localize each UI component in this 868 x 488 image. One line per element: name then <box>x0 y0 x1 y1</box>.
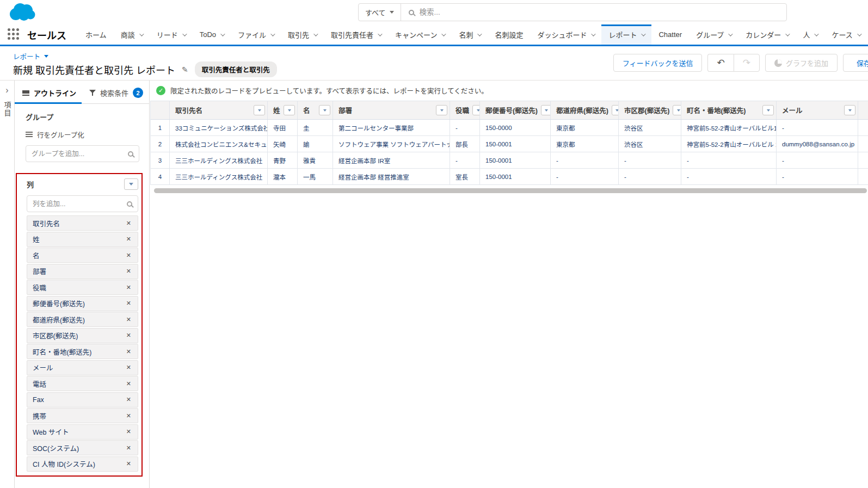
column-chip[interactable]: メール✕ <box>27 360 138 375</box>
search-scope-dropdown[interactable]: すべて <box>359 4 401 21</box>
nav-tab[interactable]: レポート <box>601 24 651 45</box>
table-cell[interactable]: 33コミュニケーションズ株式会社 <box>170 120 268 136</box>
remove-column-icon[interactable]: ✕ <box>125 363 132 372</box>
remove-column-icon[interactable]: ✕ <box>125 331 132 340</box>
table-cell[interactable]: 寺田 <box>268 120 298 136</box>
table-cell[interactable]: 諭 <box>298 136 333 152</box>
nav-tab[interactable]: 名刺設定 <box>488 24 530 45</box>
column-chip[interactable]: SOC(システム)✕ <box>27 440 138 455</box>
column-chip[interactable]: CI 人物 ID(システム)✕ <box>27 456 138 472</box>
remove-column-icon[interactable]: ✕ <box>125 347 132 356</box>
column-menu-button[interactable] <box>541 105 551 115</box>
column-chip[interactable]: Fax✕ <box>27 392 138 407</box>
nav-tab[interactable]: 商談 <box>114 24 150 45</box>
table-cell[interactable]: 神宮前5-52-2青山オーバルビル 13F <box>681 136 777 152</box>
table-cell[interactable]: 150-0001 <box>480 136 551 152</box>
table-cell[interactable]: dummy088@sansan.co.jp <box>777 136 858 152</box>
table-cell[interactable]: 矢崎 <box>268 136 298 152</box>
expand-panel-chevron-icon[interactable]: › <box>5 86 8 95</box>
remove-column-icon[interactable]: ✕ <box>125 443 132 453</box>
columns-menu-button[interactable] <box>124 178 138 190</box>
column-header[interactable]: 取引先名 <box>170 101 268 120</box>
table-cell[interactable]: 150-0001 <box>480 169 551 185</box>
table-cell[interactable]: - <box>551 152 619 169</box>
column-header[interactable]: 姓 <box>268 101 298 120</box>
column-header[interactable]: 郵便番号(郵送先) <box>480 101 551 120</box>
remove-column-icon[interactable]: ✕ <box>125 219 132 228</box>
nav-tab[interactable]: カレンダー <box>738 24 796 45</box>
column-chip[interactable]: 都道府県(郵送先)✕ <box>27 312 138 327</box>
table-cell[interactable]: 雅貴 <box>298 152 333 169</box>
fields-panel-collapsed[interactable]: › 項目 <box>0 81 15 488</box>
row-number[interactable]: 2 <box>151 136 170 152</box>
column-header[interactable]: 都道府県(郵送先) <box>551 101 619 120</box>
add-column-input[interactable] <box>33 200 127 208</box>
column-menu-button[interactable] <box>254 105 265 115</box>
table-cell[interactable]: 渋谷区 <box>619 120 681 136</box>
table-cell[interactable]: - <box>777 152 858 169</box>
table-cell[interactable]: 株式会社コンビニエンス&セキュリティ <box>170 136 268 152</box>
table-cell[interactable]: 一馬 <box>298 169 333 185</box>
table-cell[interactable]: 150-0000 <box>480 120 551 136</box>
nav-tab[interactable]: 名刺 <box>452 24 488 45</box>
column-chip[interactable]: Web サイト✕ <box>27 424 138 440</box>
breadcrumb[interactable]: レポート <box>13 51 48 61</box>
column-chip[interactable]: 電話✕ <box>27 376 138 391</box>
remove-column-icon[interactable]: ✕ <box>125 395 132 404</box>
column-menu-button[interactable] <box>844 105 855 115</box>
column-chip[interactable]: 市区郡(郵送先)✕ <box>27 328 138 343</box>
table-cell[interactable]: ソフトウェア事業 ソフトウェアパートナー事業部 <box>333 136 450 152</box>
table-cell[interactable]: 部長 <box>450 136 480 152</box>
column-header[interactable]: 町名・番地(郵送先) <box>681 101 777 120</box>
column-menu-button[interactable] <box>319 105 330 115</box>
save-button[interactable]: 保存 <box>843 54 868 72</box>
nav-tab[interactable]: ホーム <box>78 24 114 45</box>
nav-tab[interactable]: 人 <box>796 24 824 45</box>
nav-tab[interactable]: ファイル <box>231 24 281 45</box>
column-chip[interactable]: 町名・番地(郵送先)✕ <box>27 344 138 359</box>
table-cell[interactable]: - <box>681 152 777 169</box>
column-menu-button[interactable] <box>673 105 681 115</box>
table-cell[interactable]: - <box>450 120 480 136</box>
remove-column-icon[interactable]: ✕ <box>125 379 132 388</box>
remove-column-icon[interactable]: ✕ <box>125 459 132 468</box>
add-chart-button[interactable]: グラフを追加 <box>765 54 838 72</box>
remove-column-icon[interactable]: ✕ <box>125 299 132 308</box>
table-cell[interactable]: 第二コールセンター事業部 <box>333 120 450 136</box>
nav-tab[interactable]: Chatter <box>651 24 689 45</box>
row-number[interactable]: 4 <box>151 169 170 185</box>
table-cell[interactable]: - <box>551 169 619 185</box>
remove-column-icon[interactable]: ✕ <box>125 283 132 292</box>
table-cell[interactable]: 神宮前5-52-2青山オーバルビル13F <box>681 120 777 136</box>
remove-column-icon[interactable]: ✕ <box>125 315 132 324</box>
table-cell[interactable]: 青野 <box>268 152 298 169</box>
table-cell[interactable]: - <box>450 152 480 169</box>
nav-tab[interactable]: グループ <box>689 24 738 45</box>
column-header[interactable]: 部署 <box>333 101 450 120</box>
remove-column-icon[interactable]: ✕ <box>125 427 132 436</box>
column-header[interactable]: 役職 <box>450 101 480 120</box>
nav-tab[interactable]: ケース <box>824 24 867 45</box>
table-cell[interactable]: 150-0001 <box>480 152 551 169</box>
remove-column-icon[interactable]: ✕ <box>125 267 132 276</box>
nav-tab[interactable]: ToDo <box>193 24 231 45</box>
column-chip[interactable]: 携帯✕ <box>27 408 138 423</box>
nav-tab[interactable]: 取引先 <box>281 24 324 45</box>
horizontal-scrollbar-thumb[interactable] <box>154 188 867 193</box>
table-cell[interactable]: - <box>777 120 858 136</box>
nav-tab[interactable]: ダッシュボード <box>530 24 601 45</box>
column-chip[interactable]: 部署✕ <box>27 264 138 279</box>
undo-button[interactable]: ↶ <box>707 54 733 72</box>
remove-column-icon[interactable]: ✕ <box>125 234 132 244</box>
table-cell[interactable]: 室長 <box>450 169 480 185</box>
column-menu-button[interactable] <box>612 105 619 115</box>
edit-title-pencil-icon[interactable]: ✎ <box>182 65 188 74</box>
row-number[interactable]: 1 <box>151 120 170 136</box>
tab-filters[interactable]: 検索条件 2 <box>82 83 149 103</box>
column-chip[interactable]: 取引先名✕ <box>27 215 138 231</box>
column-menu-button[interactable] <box>762 105 774 115</box>
table-cell[interactable]: - <box>619 152 681 169</box>
table-cell[interactable]: 東京都 <box>551 120 619 136</box>
nav-tab[interactable]: キャンペーン <box>388 24 452 45</box>
nav-tab[interactable]: リード <box>150 24 193 45</box>
